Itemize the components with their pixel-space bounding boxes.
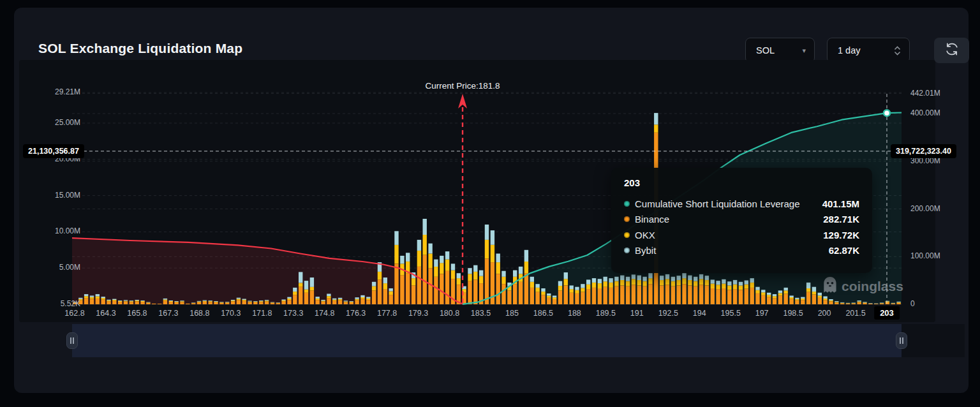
bar-segment-binance — [276, 303, 280, 304]
bar-segment-binance — [491, 262, 494, 304]
bar-segment-bybit — [665, 274, 669, 279]
x-axis-tick: 170.3 — [221, 309, 241, 318]
series-dot-icon — [624, 216, 630, 222]
left-axis-tick: 15.00M — [22, 191, 80, 200]
bar-segment-bybit — [705, 276, 709, 280]
bar-segment-okx — [451, 270, 455, 279]
bar-segment-bybit — [310, 278, 314, 287]
bar-segment-binance — [553, 299, 556, 304]
navigator-track[interactable] — [72, 324, 902, 357]
bar-segment-binance — [440, 274, 443, 304]
bar-segment-bybit — [146, 302, 150, 303]
tooltip-series-name: Binance — [635, 214, 669, 225]
bar-segment-bybit — [761, 290, 765, 292]
bar-segment-binance — [519, 282, 523, 304]
bar-segment-bybit — [818, 293, 822, 296]
tooltip-rows: Cumulative Short Liquidation Leverage401… — [624, 196, 859, 258]
bar-segment-bybit — [835, 301, 838, 302]
x-axis-tick: 174.8 — [315, 309, 334, 318]
bar-segment-bybit — [101, 297, 105, 298]
bar-segment-okx — [739, 286, 743, 290]
bar-segment-okx — [253, 302, 257, 302]
bar-segment-binance — [840, 303, 844, 304]
bar-segment-binance — [896, 303, 900, 304]
bar-segment-binance — [112, 301, 116, 305]
bar-segment-binance — [209, 302, 212, 304]
bar-segment-bybit — [547, 293, 551, 295]
bar-segment-okx — [485, 240, 489, 259]
bar-segment-okx — [642, 281, 646, 286]
bar-segment-binance — [812, 295, 816, 304]
bar-segment-binance — [287, 300, 291, 304]
current-price-arrow-icon — [458, 94, 467, 108]
bar-segment-binance — [524, 273, 528, 304]
bar-segment-binance — [778, 295, 782, 304]
bar-segment-binance — [711, 288, 715, 304]
bar-segment-bybit — [745, 281, 748, 285]
bar-segment-binance — [468, 281, 471, 304]
bar-segment-bybit — [259, 300, 263, 301]
bar-segment-binance — [265, 302, 269, 304]
bar-segment-binance — [214, 302, 218, 304]
bar-segment-bybit — [530, 277, 534, 282]
series-dot-icon — [624, 248, 630, 253]
x-axis-tick: 194 — [693, 309, 706, 318]
bar-segment-okx — [863, 302, 866, 303]
navigator-right-handle[interactable] — [896, 332, 907, 349]
bar-segment-bybit — [896, 302, 900, 302]
bar-segment-okx — [592, 283, 596, 288]
bar-segment-bybit — [174, 301, 178, 302]
bar-segment-okx — [654, 124, 658, 133]
bar-segment-bybit — [570, 286, 574, 290]
bar-segment-bybit — [457, 273, 461, 278]
bar-segment-bybit — [140, 300, 144, 301]
bar-segment-bybit — [648, 273, 652, 278]
bar-segment-binance — [795, 300, 799, 304]
bar-segment-okx — [265, 300, 269, 301]
x-axis-tick: 167.3 — [158, 309, 178, 318]
series-dot-icon — [624, 232, 630, 238]
bar-segment-bybit — [773, 294, 776, 296]
bar-segment-okx — [806, 288, 810, 292]
bar-segment-binance — [863, 303, 866, 304]
bar-segment-binance — [434, 277, 438, 304]
bar-segment-okx — [423, 235, 427, 255]
bar-segment-okx — [620, 280, 624, 286]
bar-segment-binance — [880, 304, 884, 304]
bar-segment-binance — [473, 279, 477, 304]
bar-segment-binance — [586, 289, 590, 304]
bar-segment-okx — [146, 302, 150, 303]
bar-segment-binance — [197, 302, 201, 304]
bar-segment-bybit — [789, 295, 793, 297]
bar-segment-bybit — [694, 277, 697, 281]
bar-segment-bybit — [180, 300, 184, 301]
bar-segment-bybit — [846, 303, 850, 304]
bar-segment-okx — [699, 279, 703, 285]
tooltip-row: Cumulative Short Liquidation Leverage401… — [624, 196, 859, 212]
bar-segment-bybit — [688, 276, 692, 280]
bar-segment-binance — [321, 302, 325, 304]
bar-segment-bybit — [541, 288, 545, 292]
navigator-left-handle[interactable] — [66, 332, 78, 349]
bar-segment-bybit — [124, 300, 128, 300]
bar-segment-bybit — [169, 300, 173, 301]
bar-segment-okx — [586, 285, 590, 289]
x-axis-tick: 162.8 — [64, 309, 84, 318]
bar-segment-binance — [598, 288, 602, 304]
bar-segment-binance — [507, 290, 511, 304]
bar-segment-bybit — [90, 295, 94, 297]
bar-segment-okx — [575, 290, 579, 293]
chart-tooltip: 203 Cumulative Short Liquidation Leverag… — [611, 168, 872, 273]
bar-segment-bybit — [237, 298, 241, 299]
bar-segment-bybit — [321, 300, 325, 300]
bar-segment-okx — [755, 290, 759, 293]
bar-segment-okx — [445, 260, 449, 271]
bar-segment-binance — [547, 298, 551, 304]
bar-segment-binance — [299, 287, 302, 304]
bar-segment-binance — [891, 304, 895, 304]
tooltip-row: Binance282.71K — [624, 212, 859, 228]
bar-segment-binance — [84, 298, 88, 304]
bar-segment-bybit — [350, 301, 353, 302]
bar-segment-bybit — [445, 251, 449, 260]
left-axis-tick: 10.00M — [22, 226, 80, 235]
